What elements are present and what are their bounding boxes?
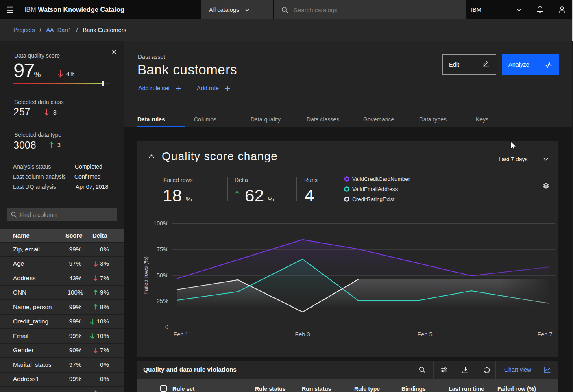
svg-text:0: 0 <box>165 324 168 330</box>
svg-text:25%: 25% <box>157 298 168 304</box>
svg-text:Feb 3: Feb 3 <box>295 331 310 338</box>
svg-text:Feb 7: Feb 7 <box>537 331 552 338</box>
svg-text:Feb 5: Feb 5 <box>417 331 432 338</box>
svg-text:75%: 75% <box>157 246 168 253</box>
svg-text:50%: 50% <box>157 272 168 279</box>
svg-text:Feb 1: Feb 1 <box>173 331 188 338</box>
svg-text:Failed rows (%): Failed rows (%) <box>143 256 149 295</box>
svg-text:100%: 100% <box>153 220 168 227</box>
